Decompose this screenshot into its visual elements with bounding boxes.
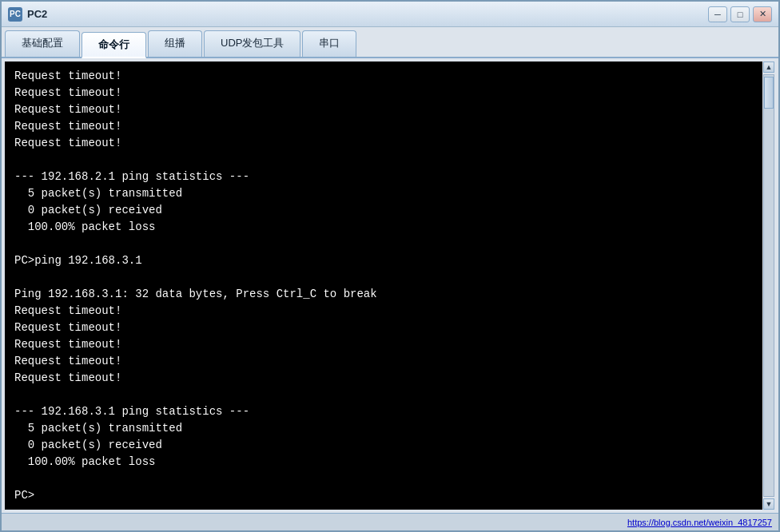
scroll-up-button[interactable]: ▲ — [763, 62, 774, 73]
scroll-down-button[interactable]: ▼ — [763, 498, 774, 510]
title-bar: PC PC2 ─ □ ✕ — [2, 2, 778, 27]
tab-serial[interactable]: 串口 — [302, 30, 356, 57]
title-bar-left: PC PC2 — [8, 7, 47, 22]
maximize-button[interactable]: □ — [730, 6, 750, 22]
tab-cmd[interactable]: 命令行 — [82, 32, 146, 58]
tab-basic[interactable]: 基础配置 — [5, 30, 80, 57]
window-icon: PC — [8, 7, 22, 22]
minimize-button[interactable]: ─ — [708, 6, 727, 22]
status-bar: https://blog.csdn.net/weixin_4817257 — [2, 513, 778, 530]
scrollbar-thumb[interactable] — [764, 77, 774, 109]
window-title: PC2 — [27, 8, 47, 20]
scrollbar: ▲ ▼ — [762, 62, 775, 510]
tab-group[interactable]: 组播 — [148, 30, 202, 57]
main-window: PC PC2 ─ □ ✕ 基础配置 命令行 组播 UDP发包工具 串口 Requ… — [0, 0, 780, 532]
scrollbar-track — [763, 74, 774, 497]
terminal-container: Request timeout! Request timeout! Reques… — [2, 58, 778, 513]
tab-bar: 基础配置 命令行 组播 UDP发包工具 串口 — [2, 27, 778, 58]
title-buttons: ─ □ ✕ — [708, 6, 772, 22]
tab-udp[interactable]: UDP发包工具 — [204, 30, 300, 57]
close-button[interactable]: ✕ — [753, 6, 772, 22]
status-link[interactable]: https://blog.csdn.net/weixin_4817257 — [627, 518, 772, 527]
terminal-output[interactable]: Request timeout! Request timeout! Reques… — [5, 62, 762, 510]
